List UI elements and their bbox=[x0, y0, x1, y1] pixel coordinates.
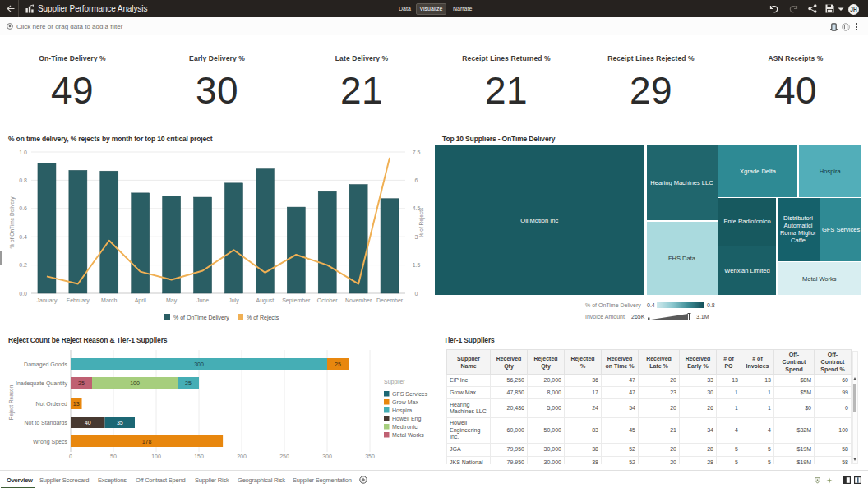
svg-text:May: May bbox=[166, 297, 178, 304]
svg-text:0.6: 0.6 bbox=[19, 205, 27, 211]
svg-text:GFS Services: GFS Services bbox=[392, 391, 428, 397]
svg-text:Metal Works: Metal Works bbox=[392, 432, 424, 438]
svg-text:300: 300 bbox=[322, 453, 332, 459]
svg-text:% of Rejects: % of Rejects bbox=[247, 315, 279, 321]
svg-text:40: 40 bbox=[85, 420, 91, 426]
svg-text:6: 6 bbox=[415, 177, 418, 183]
svg-text:December: December bbox=[376, 297, 404, 303]
svg-text:Grow Max: Grow Max bbox=[392, 399, 418, 405]
svg-text:% of Rejects: % of Rejects bbox=[418, 207, 425, 237]
svg-text:June: June bbox=[196, 297, 209, 303]
svg-text:35: 35 bbox=[117, 420, 123, 426]
svg-text:25: 25 bbox=[335, 361, 341, 367]
svg-text:178: 178 bbox=[142, 439, 152, 444]
svg-text:100: 100 bbox=[130, 380, 140, 386]
svg-text:% of OnTime Delivery: % of OnTime Delivery bbox=[9, 196, 16, 249]
svg-text:0.4: 0.4 bbox=[19, 234, 27, 240]
svg-text:13: 13 bbox=[73, 401, 80, 407]
svg-text:September: September bbox=[282, 297, 311, 304]
svg-text:March: March bbox=[101, 297, 118, 303]
svg-text:250: 250 bbox=[279, 453, 289, 459]
svg-text:25: 25 bbox=[185, 380, 192, 386]
svg-text:% of OnTime Delivery: % of OnTime Delivery bbox=[173, 315, 229, 321]
svg-text:February: February bbox=[67, 297, 90, 304]
svg-text:1.0: 1.0 bbox=[19, 150, 27, 155]
svg-text:100: 100 bbox=[151, 453, 161, 459]
svg-text:January: January bbox=[37, 297, 58, 304]
svg-text:300: 300 bbox=[194, 361, 204, 367]
svg-text:Inadequate Quantity: Inadequate Quantity bbox=[16, 380, 68, 387]
svg-text:350: 350 bbox=[365, 453, 375, 459]
svg-text:7.5: 7.5 bbox=[413, 150, 421, 155]
svg-text:July: July bbox=[229, 297, 239, 304]
svg-text:August: August bbox=[256, 297, 274, 304]
svg-text:0: 0 bbox=[69, 453, 72, 459]
svg-text:3: 3 bbox=[415, 234, 418, 240]
svg-text:October: October bbox=[317, 297, 339, 303]
svg-text:50: 50 bbox=[110, 453, 117, 459]
svg-text:Howell Eng: Howell Eng bbox=[392, 416, 422, 422]
svg-text:25: 25 bbox=[78, 380, 85, 386]
svg-text:0.2: 0.2 bbox=[19, 262, 27, 268]
svg-text:November: November bbox=[345, 297, 372, 303]
svg-text:Reject Reason: Reject Reason bbox=[8, 384, 15, 420]
svg-text:1.5: 1.5 bbox=[413, 262, 421, 268]
svg-text:Medtronic: Medtronic bbox=[392, 424, 418, 430]
svg-text:0.8: 0.8 bbox=[19, 177, 27, 183]
svg-text:Not Ordered: Not Ordered bbox=[35, 401, 67, 407]
svg-text:200: 200 bbox=[237, 453, 247, 459]
svg-text:0.0: 0.0 bbox=[19, 291, 27, 297]
svg-text:April: April bbox=[135, 297, 146, 304]
svg-text:150: 150 bbox=[194, 453, 204, 459]
svg-text:Hospira: Hospira bbox=[392, 407, 412, 414]
svg-text:Wrong Specs: Wrong Specs bbox=[33, 439, 67, 445]
svg-text:Not to Standards: Not to Standards bbox=[24, 420, 67, 426]
svg-text:0: 0 bbox=[415, 291, 418, 297]
svg-text:Supplier: Supplier bbox=[384, 379, 405, 385]
svg-text:Damaged Goods: Damaged Goods bbox=[24, 361, 67, 368]
